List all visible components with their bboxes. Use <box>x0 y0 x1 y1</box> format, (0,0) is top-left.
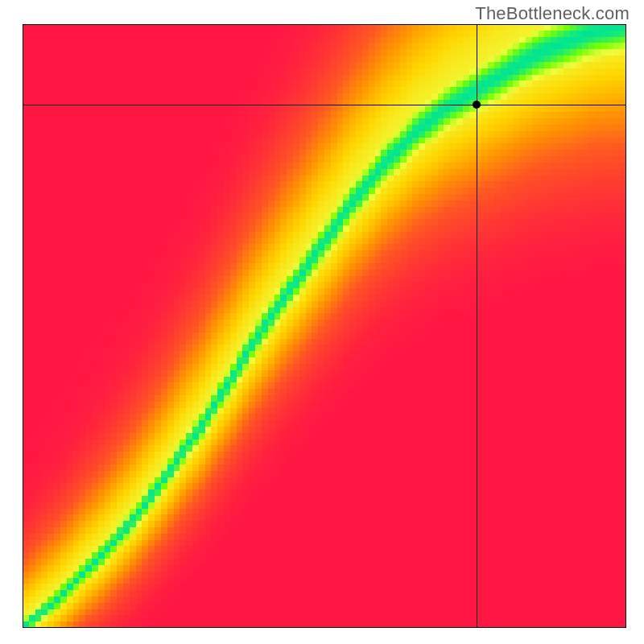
heatmap-plot <box>23 24 626 628</box>
heatmap-canvas <box>23 24 626 628</box>
watermark-text: TheBottleneck.com <box>475 3 630 24</box>
page-root: TheBottleneck.com <box>0 0 644 644</box>
